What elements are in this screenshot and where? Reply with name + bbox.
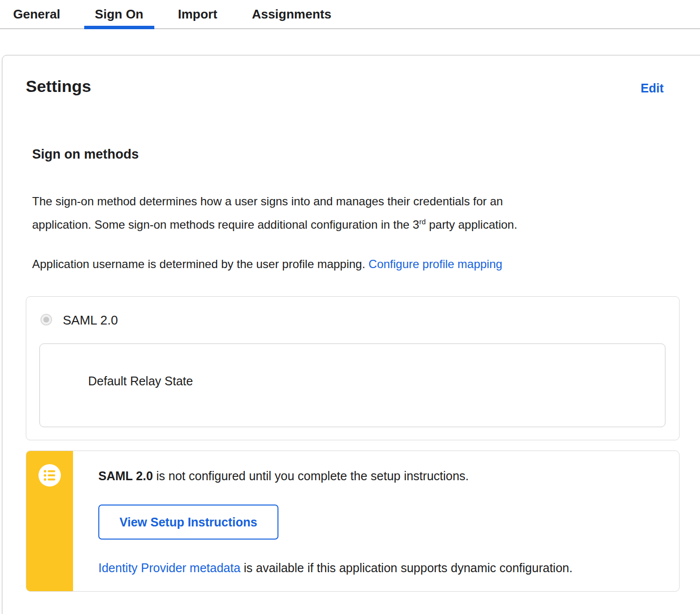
sign-on-description: The sign-on method determines how a user… bbox=[32, 190, 650, 236]
tab-assignments[interactable]: Assignments bbox=[241, 0, 342, 28]
description-line-2-end: party application. bbox=[426, 218, 517, 231]
metadata-footer-text: is available if this application support… bbox=[240, 561, 572, 575]
ordinal-superscript: rd bbox=[419, 217, 425, 226]
default-relay-state-label: Default Relay State bbox=[88, 374, 193, 388]
callout-footer: Identity Provider metadata is available … bbox=[98, 561, 572, 575]
callout-message: SAML 2.0 is not configured until you com… bbox=[98, 469, 469, 483]
saml-radio-button[interactable] bbox=[40, 314, 52, 325]
configure-profile-mapping-link[interactable]: Configure profile mapping bbox=[368, 257, 502, 271]
description-line-2: application. Some sign-on methods requir… bbox=[32, 213, 650, 236]
username-mapping-text: Application username is determined by th… bbox=[32, 253, 502, 276]
settings-card: Settings Edit Sign on methods The sign-o… bbox=[2, 55, 700, 614]
callout-message-text: is not configured until you complete the… bbox=[153, 469, 469, 483]
callout-message-bold: SAML 2.0 bbox=[98, 469, 153, 483]
username-mapping-label: Application username is determined by th… bbox=[32, 257, 368, 271]
sign-on-methods-heading: Sign on methods bbox=[32, 147, 139, 162]
page-title: Settings bbox=[26, 77, 91, 96]
list-icon bbox=[38, 464, 61, 487]
description-line-1: The sign-on method determines how a user… bbox=[32, 190, 650, 213]
view-setup-instructions-button[interactable]: View Setup Instructions bbox=[98, 505, 278, 540]
default-relay-state-box: Default Relay State bbox=[39, 343, 665, 427]
callout-accent-bar bbox=[26, 451, 73, 591]
identity-provider-metadata-link[interactable]: Identity Provider metadata bbox=[98, 561, 240, 575]
tab-sign-on[interactable]: Sign On bbox=[84, 0, 154, 28]
tab-bar: General Sign On Import Assignments bbox=[0, 0, 700, 29]
description-line-2-text: application. Some sign-on methods requir… bbox=[32, 218, 419, 231]
saml-option-label: SAML 2.0 bbox=[63, 313, 118, 328]
saml-option-box: SAML 2.0 Default Relay State bbox=[26, 296, 680, 440]
setup-instructions-callout: SAML 2.0 is not configured until you com… bbox=[26, 451, 680, 592]
tab-general[interactable]: General bbox=[2, 0, 71, 28]
edit-link[interactable]: Edit bbox=[641, 81, 663, 95]
tab-import[interactable]: Import bbox=[167, 0, 228, 28]
